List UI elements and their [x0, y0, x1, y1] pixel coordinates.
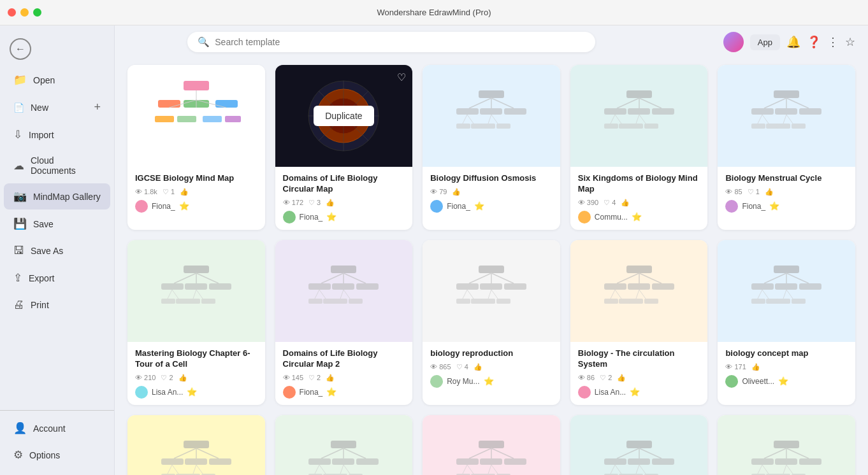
cards-grid: IGCSE Biology Mind Map 👁 1.8k ♡ 1 👍 Fion…: [127, 65, 855, 475]
card-top-card[interactable]: Biology Overview 👁 189 ♡ 3 👍 Lisa An... …: [570, 415, 708, 475]
views: 👁 865: [430, 363, 451, 371]
back-button[interactable]: ←: [0, 32, 114, 66]
svg-rect-49: [604, 124, 618, 129]
card-biology-concept-map2[interactable]: biology concept map 👁 171 👍 Oliveett... …: [718, 240, 855, 405]
card-menstrual-cycle[interactable]: Menstrual Cycle Biology 👁 120 ♡ 2 👍 Lisa…: [423, 415, 560, 475]
pro-badge: ⭐: [326, 387, 336, 397]
svg-line-36: [488, 115, 491, 124]
svg-line-111: [488, 290, 491, 299]
bell-icon[interactable]: 🔔: [786, 35, 800, 49]
svg-rect-59: [751, 108, 774, 115]
sidebar-item-saveas[interactable]: 🖫 Save As: [4, 238, 110, 264]
views: 👁 85: [725, 188, 742, 195]
maximize-button[interactable]: [33, 8, 41, 17]
svg-rect-31: [504, 108, 526, 115]
card-biology-cell-mind-map[interactable]: Biology Cell Mind Map 👁 163 ♡ 1 👍 Rashmi: [127, 415, 265, 475]
print-label: Print: [31, 300, 49, 310]
sidebar-item-open[interactable]: 📁 Open: [4, 67, 110, 93]
star-icon[interactable]: ☆: [845, 35, 855, 49]
close-button[interactable]: [8, 8, 16, 17]
author-avatar: [725, 200, 738, 213]
svg-line-122: [611, 290, 615, 299]
svg-line-212: [758, 465, 762, 474]
svg-rect-74: [161, 283, 184, 290]
sidebar-item-print[interactable]: 🖨 Print: [4, 292, 110, 318]
svg-line-176: [469, 448, 491, 458]
svg-rect-45: [628, 108, 650, 115]
svg-rect-75: [185, 283, 207, 290]
svg-line-167: [315, 465, 319, 474]
card-thumbnail: [718, 415, 855, 475]
account-icon: 👤: [13, 422, 27, 435]
card-biology-concept-top[interactable]: Biology Concept Map 👁 132 ♡ 1 👍 Oliveett…: [275, 415, 413, 475]
minimize-button[interactable]: [20, 8, 29, 17]
search-input[interactable]: [215, 37, 585, 47]
card-biology-circulation[interactable]: Biology - The circulation System 👁 86 ♡ …: [570, 240, 708, 405]
pro-badge: ⭐: [474, 201, 484, 211]
card-domains-bottom[interactable]: Domains of Life Biology Circular Map 2 👁…: [275, 240, 413, 405]
sidebar-item-cloud[interactable]: ☁ Cloud Documents: [4, 149, 110, 182]
thumbup: 👍: [751, 363, 760, 371]
card-thumbnail: [127, 415, 265, 475]
back-circle-icon[interactable]: ←: [10, 38, 31, 60]
pro-badge: ⭐: [630, 387, 640, 397]
card-biology-menstrual[interactable]: Biology Menstrual Cycle 👁 85 ♡ 1 👍 Fiona…: [718, 65, 855, 230]
card-biology-reproduction[interactable]: biology reproduction 👁 865 ♡ 4 👍 Roy Mu.…: [423, 240, 560, 405]
card-biology-diffusion[interactable]: Biology Diffusion Osmosis 👁 79 👍 Fiona_ …: [423, 65, 560, 230]
svg-rect-91: [356, 283, 379, 290]
svg-rect-61: [799, 108, 821, 115]
svg-rect-129: [644, 299, 658, 304]
svg-line-123: [615, 290, 621, 299]
sidebar-item-account[interactable]: 👤 Account: [4, 415, 110, 441]
sidebar-item-export[interactable]: ⇪ Export: [4, 265, 110, 291]
grid-icon[interactable]: ⋮: [827, 35, 839, 49]
card-meta: 👁 210 ♡ 2 👍: [135, 374, 257, 382]
svg-line-206: [764, 448, 786, 458]
duplicate-button[interactable]: Duplicate: [314, 106, 373, 126]
author-name: Oliveett...: [742, 377, 774, 386]
svg-rect-90: [332, 283, 354, 290]
card-bottom-card[interactable]: Biology Network Map 👁 95 ♡ 1 👍 Fiona_ ⭐: [718, 415, 855, 475]
svg-line-108: [467, 290, 474, 299]
views: 👁 210: [135, 374, 156, 381]
views: 👁 172: [283, 199, 303, 206]
svg-rect-119: [604, 283, 626, 290]
pro-badge: ⭐: [632, 212, 642, 222]
pro-badge: ⭐: [187, 387, 197, 397]
author-name: Fiona_: [300, 213, 323, 222]
views: 👁 86: [578, 374, 595, 381]
sidebar-item-new[interactable]: 📄 New +: [4, 94, 110, 120]
author-name: Roy Mu...: [447, 377, 479, 386]
svg-line-163: [344, 448, 366, 458]
sidebar-item-options[interactable]: ⚙ Options: [4, 442, 110, 468]
svg-line-73: [196, 273, 219, 283]
card-igcse-biology[interactable]: IGCSE Biology Mind Map 👁 1.8k ♡ 1 👍 Fion…: [127, 65, 265, 230]
sidebar-item-save[interactable]: 💾 Save: [4, 211, 110, 237]
title-bar: Wondershare EdrawMind (Pro): [0, 0, 868, 25]
svg-line-208: [786, 448, 809, 458]
svg-line-66: [783, 115, 786, 124]
card-domains-of-life[interactable]: Duplicate ♡ Domains of Life Biology Circ…: [275, 65, 413, 230]
svg-rect-113: [481, 299, 495, 304]
svg-rect-135: [775, 283, 797, 290]
app-button[interactable]: App: [750, 34, 780, 50]
help-icon[interactable]: ❓: [807, 35, 821, 49]
sidebar-item-mindmap[interactable]: 📷 MindMap Gallery: [4, 183, 110, 209]
avatar[interactable]: [723, 32, 744, 52]
card-mastering-biology[interactable]: Mastering Biology Chapter 6-Tour of a Ce…: [127, 240, 265, 405]
svg-rect-64: [751, 124, 765, 129]
search-bar[interactable]: 🔍: [187, 32, 595, 52]
card-thumbnail: [423, 240, 560, 342]
thumbup: 👍: [180, 188, 189, 196]
card-six-kingdoms[interactable]: Six Kingdoms of Biology Mind Map 👁 390 ♡…: [570, 65, 708, 230]
svg-line-137: [758, 290, 762, 299]
svg-line-126: [636, 290, 639, 299]
search-icon: 🔍: [198, 36, 210, 48]
author-avatar: [135, 200, 148, 213]
card-meta: 👁 79 👍: [430, 188, 553, 196]
export-label: Export: [29, 273, 54, 283]
author-name: Commu...: [595, 213, 628, 222]
svg-line-156: [193, 465, 196, 474]
sidebar-item-import[interactable]: ⇩ Import: [4, 122, 110, 148]
saveas-icon: 🖫: [13, 245, 24, 257]
